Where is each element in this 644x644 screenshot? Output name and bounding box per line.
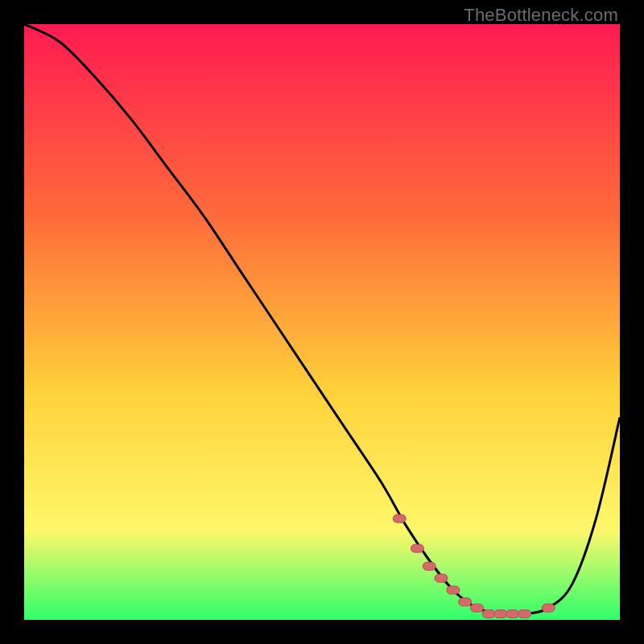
marker-dot — [470, 604, 483, 612]
marker-dot — [423, 562, 436, 570]
chart-frame — [24, 24, 620, 620]
marker-dot — [494, 610, 507, 618]
marker-dot — [411, 544, 423, 552]
marker-dot — [506, 610, 519, 618]
watermark-text: TheBottleneck.com — [464, 5, 618, 26]
marker-dot — [542, 604, 555, 612]
marker-dot — [518, 610, 531, 618]
marker-dot — [393, 514, 406, 522]
marker-dot — [482, 610, 495, 618]
gradient-background — [24, 24, 620, 620]
bottleneck-chart — [24, 24, 620, 620]
marker-dot — [447, 586, 460, 594]
marker-dot — [459, 598, 472, 606]
marker-dot — [435, 574, 448, 582]
